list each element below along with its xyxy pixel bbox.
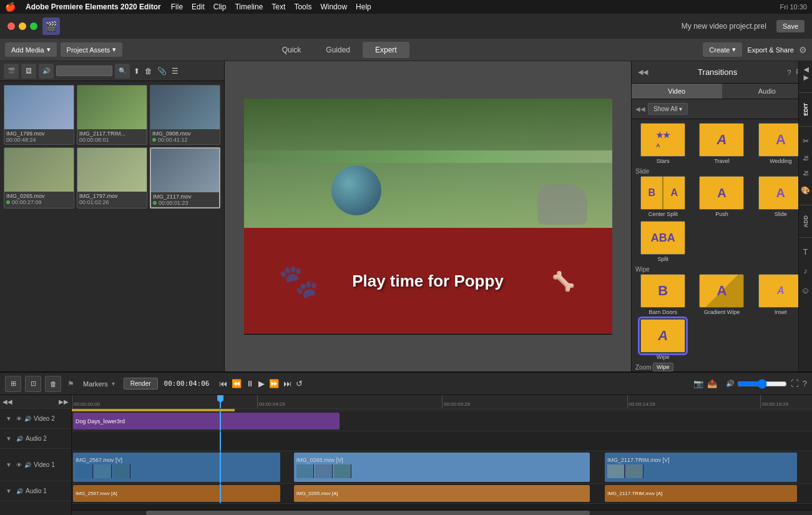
apple-icon[interactable]: 🍎 [5, 2, 16, 12]
asset-item[interactable]: IMG_2117.mov 00:00:01:23 [150, 147, 220, 208]
paw-icon: 🐾 [278, 262, 319, 300]
color-icon[interactable]: 🎨 [801, 186, 810, 195]
render-button[interactable]: Render [124, 378, 158, 390]
play-btn[interactable]: ▶ [257, 378, 266, 390]
track-audio-icon2[interactable]: 🔊 [16, 436, 23, 442]
asset-type-video-btn[interactable]: 🎬 [4, 64, 19, 79]
track-expand-icon[interactable]: ▼ [4, 414, 14, 424]
menu-clip[interactable]: Clip [213, 2, 227, 11]
export-share-button[interactable]: Export & Share [747, 46, 794, 54]
fx-label[interactable]: fx [802, 155, 810, 161]
go-to-start-btn[interactable]: ⏮ [218, 378, 228, 390]
asset-item[interactable]: IMG_0265.mov 00:00:27:09 [4, 147, 74, 208]
volume-slider[interactable] [737, 379, 787, 389]
asset-type-image-btn[interactable]: 🖼 [21, 64, 36, 79]
menu-text[interactable]: Text [271, 2, 285, 11]
clip-video2[interactable]: IMG_0265.mov [V] [294, 453, 590, 482]
clip-audio3[interactable]: IMG_2117.TRIM.mov [A] [605, 485, 797, 502]
collapse-left-icon[interactable]: ◀◀ [635, 105, 645, 112]
step-fwd-btn[interactable]: ⏩ [268, 378, 280, 390]
track-expand-icon[interactable]: ▼ [4, 486, 14, 496]
asset-item[interactable]: IMG_1797.mov 00:01:02:26 [77, 147, 147, 208]
camera-icon[interactable]: 📷 [693, 379, 703, 388]
asset-name: IMG_1799.mov [6, 130, 72, 137]
resize-icon[interactable]: ◀▶ [801, 66, 810, 82]
tab-expert[interactable]: Expert [363, 42, 409, 58]
project-assets-button[interactable]: Project Assets ▾ [61, 42, 123, 57]
export-frame-icon[interactable]: 📤 [707, 379, 717, 388]
menu-tools[interactable]: Tools [294, 2, 311, 11]
clip-video1[interactable]: IMG_2567.mov [V] [73, 453, 280, 482]
transition-split[interactable]: ABA Split [635, 221, 690, 262]
collapse-icon[interactable]: ◀◀ [638, 68, 648, 76]
add-media-button[interactable]: Add Media ▾ [5, 42, 57, 57]
loop-btn[interactable]: ↺ [295, 378, 304, 390]
asset-item[interactable]: IMG_2117.TRIM... 00:00:08:01 [77, 85, 147, 145]
scrollbar-thumb[interactable] [146, 511, 590, 515]
go-to-end-btn[interactable]: ⏭ [282, 378, 293, 390]
close-button[interactable] [7, 22, 15, 30]
transition-center-split[interactable]: B A Center Split [635, 176, 690, 217]
timeline-tool-btn2[interactable]: ⊡ [25, 376, 41, 392]
track-audio-icon3[interactable]: 🔊 [24, 462, 31, 468]
save-button[interactable]: Save [776, 20, 805, 32]
fx2-label[interactable]: fx [802, 170, 810, 176]
add-label[interactable]: ADD [803, 215, 809, 228]
asset-type-audio-btn[interactable]: 🔊 [39, 64, 54, 79]
timeline-scrollbar[interactable] [72, 510, 812, 515]
clip-video3[interactable]: IMG_2117.TRIM.mov [V] [605, 453, 797, 482]
emoji-icon[interactable]: ☺ [801, 285, 810, 295]
show-all-button[interactable]: Show All ▾ [648, 103, 688, 115]
asset-search-icon[interactable]: 🔍 [115, 64, 130, 79]
transition-stars[interactable]: ★★A Stars [635, 123, 690, 164]
transition-barn-doors[interactable]: B Barn Doors [635, 274, 690, 315]
transition-push[interactable]: A Push [694, 176, 749, 217]
timeline-tool-btn[interactable]: ⊞ [5, 376, 21, 392]
text-icon[interactable]: T [803, 248, 808, 257]
help-icon[interactable]: ? [787, 69, 791, 76]
help-icon[interactable]: ? [803, 379, 807, 388]
asset-upload-icon[interactable]: ⬆ [132, 66, 141, 77]
tab-quick[interactable]: Quick [270, 42, 314, 58]
menu-timeline[interactable]: Timeline [235, 2, 263, 11]
expand-all-icon[interactable]: ▶▶ [59, 398, 69, 405]
timeline-delete-btn[interactable]: 🗑 [45, 376, 61, 392]
menu-file[interactable]: File [171, 2, 183, 11]
transition-travel[interactable]: A Travel [694, 123, 749, 164]
track-audio-icon[interactable]: 🔊 [24, 416, 31, 422]
create-button[interactable]: Create ▾ [703, 42, 742, 57]
asset-properties-icon[interactable]: 📎 [156, 66, 168, 77]
asset-search-input[interactable] [56, 66, 112, 76]
clip-audio2[interactable]: IMG_0265.mov [A] [294, 485, 590, 502]
maximize-button[interactable] [30, 22, 37, 30]
track-vis-icon[interactable]: 👁 [16, 416, 22, 422]
track-expand-icon[interactable]: ▼ [4, 460, 14, 470]
asset-list-view-icon[interactable]: ☰ [170, 66, 180, 77]
tab-guided[interactable]: Guided [313, 42, 363, 58]
track-audio-icon4[interactable]: 🔊 [16, 488, 23, 494]
tab-video-transitions[interactable]: Video [632, 84, 722, 99]
fullscreen-icon[interactable]: ⛶ [791, 379, 799, 388]
menu-window[interactable]: Window [320, 2, 347, 11]
asset-delete-icon[interactable]: 🗑 [144, 66, 154, 77]
play-pause-btn[interactable]: ⏸ [245, 378, 255, 390]
transition-wipe[interactable]: A Wipe Wipe [635, 319, 690, 360]
track-vis-icon2[interactable]: 👁 [16, 462, 22, 468]
edit-label[interactable]: EDIT [803, 103, 809, 116]
collapse-all-icon[interactable]: ◀◀ [2, 398, 12, 405]
minimize-button[interactable] [19, 22, 26, 30]
asset-item[interactable]: IMG_0908.mov 00:00:41:12 [150, 85, 220, 145]
step-back-btn[interactable]: ⏪ [230, 378, 243, 390]
clip-audio1[interactable]: IMG_2567.mov [A] [73, 485, 280, 502]
settings-icon[interactable]: ⚙ [799, 45, 807, 55]
music-icon[interactable]: ♪ [804, 267, 808, 275]
track-expand-icon[interactable]: ▼ [4, 434, 14, 444]
menu-help[interactable]: Help [356, 2, 371, 11]
asset-item[interactable]: IMG_1799.mov 00:00:48:24 [4, 85, 74, 145]
track-name-audio2: Audio 2 [26, 435, 47, 442]
transition-gradient-wipe[interactable]: A Gradient Wipe [694, 274, 749, 315]
crop-icon[interactable]: ✂ [803, 137, 809, 145]
menu-edit[interactable]: Edit [192, 2, 205, 11]
markers-dropdown-icon[interactable]: ▾ [112, 380, 115, 387]
clip-lower-third[interactable]: Dog Days_lower3rd [73, 413, 340, 429]
